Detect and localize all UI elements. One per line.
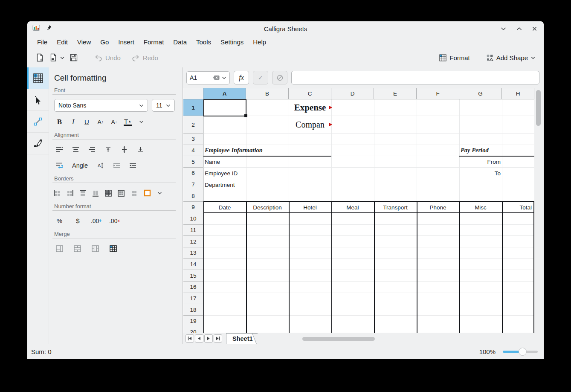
align-right-button[interactable] <box>86 144 98 155</box>
increase-indent-button[interactable] <box>127 160 139 171</box>
next-sheet-button[interactable] <box>204 334 213 343</box>
underline-button[interactable]: U <box>81 116 93 128</box>
row-header-7[interactable]: 7 <box>183 179 203 191</box>
text-color-button[interactable]: T▲ <box>122 116 134 128</box>
angle-button[interactable]: Angle <box>70 160 90 171</box>
grow-font-button[interactable]: A↑ <box>94 116 107 128</box>
row-header-2[interactable]: 2 <box>183 116 203 134</box>
split-cells-button[interactable] <box>107 243 119 254</box>
zoom-slider[interactable] <box>503 351 538 353</box>
align-bottom-button[interactable] <box>134 144 147 155</box>
decrease-precision-button[interactable]: .00x <box>108 215 121 226</box>
row-header-9[interactable]: 9 <box>183 202 203 213</box>
row-header-10[interactable]: 10 <box>183 213 203 225</box>
cancel-button[interactable] <box>272 71 287 84</box>
menu-item-view[interactable]: View <box>72 38 96 46</box>
cell-reference-combo[interactable]: A1 <box>186 71 230 84</box>
menu-item-edit[interactable]: Edit <box>52 38 72 46</box>
table-header-cell-hotel[interactable]: Hotel <box>289 202 331 213</box>
border-all-button[interactable] <box>104 187 112 199</box>
border-color-button[interactable] <box>143 187 151 199</box>
row-header-18[interactable]: 18 <box>183 304 203 316</box>
merge-cells-button[interactable] <box>53 243 66 254</box>
name-cell[interactable]: Name <box>205 156 220 168</box>
column-header-A[interactable]: A <box>203 88 246 99</box>
row-header-19[interactable]: 19 <box>183 316 203 327</box>
row-header-6[interactable]: 6 <box>183 168 203 179</box>
open-document-button[interactable] <box>46 51 67 64</box>
zoom-slider-handle[interactable] <box>519 348 527 356</box>
row-header-8[interactable]: 8 <box>183 190 203 202</box>
formula-input[interactable] <box>291 71 539 84</box>
row-header-12[interactable]: 12 <box>183 236 203 247</box>
row-header-4[interactable]: 4 <box>183 145 203 157</box>
border-none-button[interactable] <box>130 187 138 199</box>
employee-id-cell[interactable]: Employee ID <box>205 168 238 179</box>
column-header-C[interactable]: C <box>289 88 331 99</box>
selected-cell[interactable] <box>203 99 246 116</box>
row-header-16[interactable]: 16 <box>183 282 203 293</box>
cells-area[interactable]: Expense Compan Employee Information Pay … <box>203 99 534 333</box>
align-top-button[interactable] <box>102 144 114 155</box>
align-middle-button[interactable] <box>118 144 130 155</box>
row-header-15[interactable]: 15 <box>183 270 203 282</box>
table-header-cell-total[interactable]: Total <box>502 202 533 213</box>
pin-icon[interactable] <box>46 25 52 32</box>
menu-item-insert[interactable]: Insert <box>113 38 139 46</box>
department-cell[interactable]: Department <box>205 179 235 191</box>
row-header-20[interactable]: 20 <box>183 327 203 333</box>
column-header-F[interactable]: F <box>417 88 459 99</box>
pay-period-cell[interactable]: Pay Period <box>461 145 489 156</box>
to-cell[interactable]: To <box>459 168 501 179</box>
merge-vertical-button[interactable] <box>89 243 101 254</box>
menu-item-file[interactable]: File <box>32 38 52 46</box>
border-more-chevron[interactable] <box>157 187 162 199</box>
company-cell[interactable]: Compan <box>267 116 353 134</box>
vertical-text-button[interactable]: A <box>94 160 107 171</box>
row-header-14[interactable]: 14 <box>183 259 203 270</box>
menu-item-tools[interactable]: Tools <box>191 38 216 46</box>
chevron-down-icon[interactable] <box>222 76 226 79</box>
from-cell[interactable]: From <box>459 156 501 168</box>
apply-button[interactable]: ✓ <box>253 71 268 84</box>
calligraphy-tool[interactable] <box>27 133 49 154</box>
selection-tool[interactable] <box>27 89 49 111</box>
previous-sheet-button[interactable] <box>195 334 203 343</box>
border-left-button[interactable] <box>53 187 61 199</box>
percent-format-button[interactable]: % <box>53 215 66 226</box>
menu-item-go[interactable]: Go <box>96 38 113 46</box>
column-header-D[interactable]: D <box>331 88 374 99</box>
border-top-button[interactable] <box>79 187 87 199</box>
row-header-5[interactable]: 5 <box>183 156 203 168</box>
menu-item-data[interactable]: Data <box>168 38 191 46</box>
wrap-text-button[interactable] <box>53 160 66 171</box>
titlebar[interactable]: Calligra Sheets <box>27 21 544 36</box>
minimize-icon[interactable] <box>501 27 506 31</box>
table-header-cell-meal[interactable]: Meal <box>331 202 374 213</box>
table-header-cell-transport[interactable]: Transport <box>374 202 417 213</box>
currency-format-button[interactable]: $ <box>72 215 84 226</box>
horizontal-scrollbar-thumb[interactable] <box>302 337 375 341</box>
sheet-tab[interactable]: Sheet1 <box>226 333 258 344</box>
employee-information-cell[interactable]: Employee Information <box>205 145 263 156</box>
italic-button[interactable]: I <box>67 116 79 128</box>
menu-item-help[interactable]: Help <box>248 38 271 46</box>
column-header-H[interactable]: H <box>502 88 534 99</box>
bold-button[interactable]: B <box>53 116 66 128</box>
vertical-scrollbar[interactable] <box>534 88 544 333</box>
undo-button[interactable]: Undo <box>92 52 123 64</box>
align-left-button[interactable] <box>53 144 66 155</box>
font-more-chevron[interactable] <box>135 116 148 128</box>
row-header-13[interactable]: 13 <box>183 247 203 259</box>
table-header-cell-phone[interactable]: Phone <box>417 202 459 213</box>
redo-button[interactable]: Redo <box>129 52 161 64</box>
table-header-cell-description[interactable]: Description <box>246 202 289 213</box>
line-tool[interactable] <box>27 111 49 133</box>
menu-item-format[interactable]: Format <box>139 38 169 46</box>
menu-item-settings[interactable]: Settings <box>216 38 248 46</box>
vertical-scrollbar-thumb[interactable] <box>536 90 541 126</box>
close-icon[interactable] <box>532 26 537 31</box>
increase-precision-button[interactable]: .00+ <box>90 215 102 226</box>
font-size-select[interactable]: 11 <box>152 99 175 112</box>
add-shape-button[interactable]: Add Shape <box>484 52 538 64</box>
